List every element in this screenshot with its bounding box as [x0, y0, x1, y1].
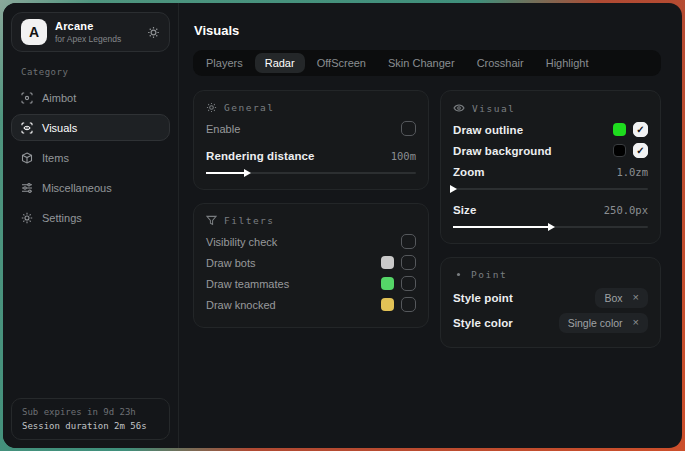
draw-bots-controls: [381, 255, 416, 270]
crosshair-icon: [21, 92, 33, 104]
slider-fill: [453, 226, 552, 228]
slider-thumb[interactable]: [450, 185, 457, 193]
style-color-chip[interactable]: Single color ×: [559, 313, 648, 333]
visibility-check-row: Visibility check: [206, 231, 416, 252]
gear-icon[interactable]: [147, 26, 160, 39]
settings-gear-icon: [21, 212, 33, 224]
app-window: A Arcane for Apex Legends Category: [3, 3, 682, 448]
draw-knocked-row: Draw knocked: [206, 294, 416, 315]
tab-offscreen[interactable]: OffScreen: [307, 53, 376, 73]
enable-checkbox[interactable]: [401, 121, 416, 136]
zoom-row: Zoom 1.0zm: [453, 161, 648, 182]
general-card: General Enable Rendering distance 100m: [193, 90, 429, 190]
slider-fill: [453, 188, 454, 190]
session-duration-text: Session duration 2m 56s: [22, 421, 159, 431]
size-row: Size 250.0px: [453, 199, 648, 220]
draw-background-controls: ✓: [613, 143, 648, 158]
sidebar-item-label: Settings: [42, 212, 82, 224]
dot-icon: [453, 269, 464, 280]
sidebar-item-visuals[interactable]: Visuals: [11, 114, 170, 141]
draw-bots-color-swatch[interactable]: [381, 256, 394, 269]
zoom-value: 1.0zm: [616, 166, 648, 178]
sidebar-item-items[interactable]: Items: [11, 144, 170, 171]
draw-bots-label: Draw bots: [206, 257, 256, 269]
general-card-title: General: [224, 102, 275, 113]
style-point-label: Style point: [453, 292, 513, 304]
draw-background-checkbox[interactable]: ✓: [633, 143, 648, 158]
tab-players[interactable]: Players: [196, 53, 253, 73]
app-subtitle: for Apex Legends: [55, 34, 121, 44]
tab-highlight[interactable]: Highlight: [536, 53, 599, 73]
box-icon: [21, 152, 33, 164]
style-point-row: Style point Box ×: [453, 285, 648, 310]
slider-fill: [206, 172, 248, 174]
draw-bots-row: Draw bots: [206, 252, 416, 273]
style-color-label: Style color: [453, 317, 513, 329]
sidebar-category-label: Category: [21, 67, 178, 77]
sun-icon: [206, 102, 217, 113]
main-content: Visuals Players Radar OffScreen Skin Cha…: [179, 3, 682, 448]
draw-background-color-swatch[interactable]: [613, 144, 626, 157]
draw-teammates-label: Draw teammates: [206, 278, 289, 290]
visual-card-header: Visual: [453, 100, 648, 114]
filters-card-header: Filters: [206, 213, 416, 226]
draw-background-label: Draw background: [453, 145, 552, 157]
sidebar-item-label: Visuals: [42, 122, 77, 134]
tab-skin-changer[interactable]: Skin Changer: [378, 53, 465, 73]
slider-track[interactable]: [453, 188, 648, 190]
filters-card-title: Filters: [224, 215, 275, 226]
app-header-card: A Arcane for Apex Legends: [11, 12, 170, 52]
subscription-status-card: Sub expires in 9d 23h Session duration 2…: [11, 398, 170, 440]
size-value: 250.0px: [604, 204, 648, 216]
zoom-label: Zoom: [453, 166, 485, 178]
sidebar-item-aimbot[interactable]: Aimbot: [11, 84, 170, 111]
eye-icon: [453, 102, 465, 114]
funnel-icon: [206, 215, 217, 226]
draw-teammates-checkbox[interactable]: [401, 276, 416, 291]
tab-radar[interactable]: Radar: [255, 53, 305, 73]
tab-crosshair[interactable]: Crosshair: [467, 53, 534, 73]
close-icon[interactable]: ×: [633, 317, 639, 328]
enable-label: Enable: [206, 123, 240, 135]
draw-teammates-color-swatch[interactable]: [381, 277, 394, 290]
slider-thumb[interactable]: [548, 223, 555, 231]
enable-row: Enable: [206, 118, 416, 139]
settings-columns: General Enable Rendering distance 100m: [193, 90, 661, 348]
page-title: Visuals: [194, 23, 661, 38]
sidebar-item-miscellaneous[interactable]: Miscellaneous: [11, 174, 170, 201]
visibility-check-label: Visibility check: [206, 236, 277, 248]
style-point-chip[interactable]: Box ×: [595, 288, 648, 308]
draw-background-row: Draw background ✓: [453, 140, 648, 161]
sidebar-item-label: Miscellaneous: [42, 182, 112, 194]
point-card-title: Point: [471, 269, 507, 280]
sidebar: A Arcane for Apex Legends Category: [3, 3, 179, 448]
sidebar-nav: Aimbot Visuals Items: [3, 84, 178, 231]
draw-knocked-controls: [381, 297, 416, 312]
visibility-check-checkbox[interactable]: [401, 234, 416, 249]
style-color-row: Style color Single color ×: [453, 310, 648, 335]
draw-knocked-checkbox[interactable]: [401, 297, 416, 312]
tab-bar: Players Radar OffScreen Skin Changer Cro…: [193, 50, 661, 76]
sidebar-item-settings[interactable]: Settings: [11, 204, 170, 231]
zoom-slider[interactable]: [453, 184, 648, 193]
style-color-value: Single color: [568, 317, 623, 329]
draw-outline-color-swatch[interactable]: [613, 123, 626, 136]
draw-outline-label: Draw outline: [453, 124, 523, 136]
draw-outline-controls: ✓: [613, 122, 648, 137]
rendering-distance-value: 100m: [391, 150, 416, 162]
rendering-distance-row: Rendering distance 100m: [206, 145, 416, 166]
size-slider[interactable]: [453, 222, 648, 231]
draw-knocked-label: Draw knocked: [206, 299, 276, 311]
draw-outline-checkbox[interactable]: ✓: [633, 122, 648, 137]
app-logo: A: [21, 19, 47, 45]
sidebar-item-label: Items: [42, 152, 69, 164]
draw-knocked-color-swatch[interactable]: [381, 298, 394, 311]
close-icon[interactable]: ×: [633, 292, 639, 303]
draw-teammates-row: Draw teammates: [206, 273, 416, 294]
draw-bots-checkbox[interactable]: [401, 255, 416, 270]
style-point-value: Box: [604, 292, 622, 304]
slider-thumb[interactable]: [244, 169, 251, 177]
rendering-distance-slider[interactable]: [206, 168, 416, 177]
app-meta: Arcane for Apex Legends: [55, 20, 121, 44]
sub-expires-text: Sub expires in 9d 23h: [22, 407, 159, 417]
